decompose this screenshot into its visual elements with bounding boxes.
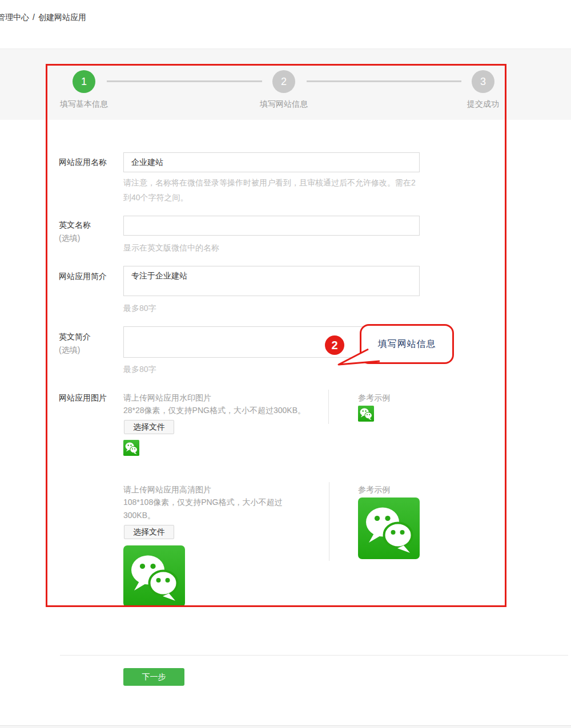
hd-instruction-line2: 108*108像素，仅支持PNG格式，大小不超过300KB。 bbox=[123, 496, 292, 522]
watermark-sample-label: 参考示例 bbox=[358, 391, 390, 405]
app-name-hint: 请注意，名称将在微信登录等操作时被用户看到，且审核通过后不允许修改。需在2到40… bbox=[123, 175, 423, 205]
step-1-number: 1 bbox=[81, 76, 87, 88]
step-2-number: 2 bbox=[281, 76, 287, 88]
watermark-instruction-line1: 请上传网站应用水印图片 bbox=[123, 391, 211, 405]
watermark-choose-file-button[interactable]: 选择文件 bbox=[124, 420, 174, 434]
step-3-circle: 3 bbox=[472, 70, 494, 93]
step-3-number: 3 bbox=[480, 76, 486, 88]
step-3-label: 提交成功 bbox=[432, 99, 534, 110]
annotation-callout-label: 填写网站信息 bbox=[378, 338, 436, 350]
watermark-sample-wechat-logo-icon bbox=[358, 406, 374, 422]
app-desc-hint: 最多80字 bbox=[123, 301, 423, 316]
app-name-label: 网站应用名称 bbox=[59, 157, 107, 168]
en-name-optional: (选填) bbox=[59, 233, 80, 244]
en-name-input[interactable] bbox=[123, 216, 420, 236]
breadcrumb-current: 创建网站应用 bbox=[38, 13, 86, 22]
hd-sample-label: 参考示例 bbox=[358, 483, 390, 496]
en-name-label: 英文名称 bbox=[59, 220, 91, 230]
step-2-label: 填写网站信息 bbox=[232, 99, 335, 110]
footer-strip bbox=[0, 725, 571, 728]
breadcrumb: 管理中心/创建网站应用 bbox=[0, 13, 86, 23]
hd-section-divider bbox=[329, 482, 329, 561]
annotation-step-badge: 2 bbox=[325, 335, 344, 355]
step-2-circle: 2 bbox=[272, 70, 295, 93]
breadcrumb-separator: / bbox=[29, 13, 38, 22]
watermark-uploaded-preview-wechat-logo-icon bbox=[123, 440, 139, 456]
hd-instruction-line1: 请上传网站应用高清图片 bbox=[123, 483, 211, 496]
en-desc-label: 英文简介 bbox=[59, 332, 91, 342]
stepper-connector-1 bbox=[107, 80, 262, 82]
watermark-instruction-line2: 28*28像素，仅支持PNG格式，大小不超过300KB。 bbox=[123, 404, 305, 417]
en-name-hint: 显示在英文版微信中的名称 bbox=[123, 240, 423, 255]
app-images-label: 网站应用图片 bbox=[59, 393, 107, 403]
watermark-section-divider bbox=[328, 390, 329, 424]
bottom-divider bbox=[60, 655, 568, 656]
step-1-circle: 1 bbox=[73, 70, 95, 93]
breadcrumb-link-admin-center[interactable]: 管理中心 bbox=[0, 13, 29, 22]
app-desc-textarea[interactable]: 专注于企业建站 bbox=[123, 266, 420, 296]
page: 管理中心/创建网站应用 1 2 3 填写基本信息 填写网站信息 提交成功 网站应… bbox=[0, 0, 571, 728]
next-step-button[interactable]: 下一步 bbox=[123, 668, 184, 686]
app-name-input[interactable] bbox=[123, 152, 420, 172]
stepper-connector-2 bbox=[307, 80, 461, 82]
hd-sample-wechat-logo-icon bbox=[358, 498, 420, 559]
hd-choose-file-button[interactable]: 选择文件 bbox=[124, 525, 174, 539]
en-desc-optional: (选填) bbox=[59, 345, 80, 355]
app-desc-label: 网站应用简介 bbox=[59, 272, 107, 282]
hd-uploaded-preview-wechat-logo-icon bbox=[123, 545, 185, 607]
step-1-label: 填写基本信息 bbox=[33, 99, 135, 110]
